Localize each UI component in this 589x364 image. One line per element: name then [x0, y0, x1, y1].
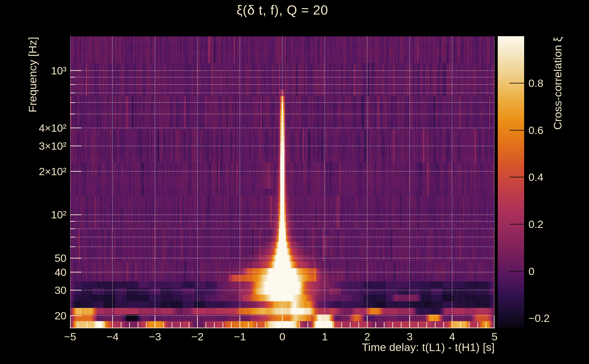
colorbar-tick-label-0.6: 0.6	[529, 123, 583, 137]
y-tick-label-400: 4×10²	[7, 121, 66, 135]
x-axis-line	[70, 328, 495, 328]
x-tick-label-3: 3	[394, 330, 425, 343]
colorbar-tick-mark	[510, 83, 524, 84]
x-tick-label-2: 2	[351, 330, 383, 343]
x-tick-label-−4: −4	[97, 330, 129, 343]
y-tick-label-20: 20	[7, 309, 66, 322]
x-tick-label-4: 4	[436, 330, 468, 343]
colorbar-tick-label-0.8: 0.8	[529, 77, 583, 90]
colorbar-tick-mark	[510, 318, 524, 318]
colorbar-title: Cross-correlation ξ	[551, 37, 564, 287]
colorbar-tick-label-−0.2: −0.2	[529, 312, 583, 325]
colorbar-gradient	[498, 36, 524, 328]
x-tick-label-−1: −1	[224, 330, 256, 343]
colorbar-tick-mark	[510, 224, 524, 225]
x-tick-label-−2: −2	[182, 330, 214, 343]
colorbar-tick-label-0: 0	[529, 264, 583, 278]
y-tick-label-300: 3×10²	[7, 139, 66, 153]
plot-title: ξ(δ t, f), Q = 20	[70, 2, 495, 18]
x-tick-label-−5: −5	[54, 330, 86, 343]
colorbar-tick-label-0.2: 0.2	[529, 217, 583, 231]
y-tick-label-50: 50	[7, 251, 66, 265]
y-tick-label-200: 2×10²	[7, 164, 66, 178]
figure-canvas: ξ(δ t, f), Q = 20 Time delay: t(L1) - t(…	[0, 0, 589, 364]
x-tick-label-−3: −3	[139, 330, 171, 343]
colorbar-tick-mark	[510, 177, 524, 177]
y-tick-label-30: 30	[7, 283, 66, 297]
heatmap-canvas	[70, 36, 495, 328]
x-tick-label-5: 5	[479, 330, 510, 343]
x-tick-label-0: 0	[267, 330, 298, 343]
colorbar-tick-mark	[510, 271, 524, 272]
colorbar-tick-mark	[510, 130, 524, 130]
colorbar-tick-label-0.4: 0.4	[529, 170, 583, 184]
y-tick-label-100: 10²	[7, 208, 66, 221]
y-tick-label-40: 40	[7, 265, 66, 279]
y-tick-label-1000: 10³	[7, 64, 66, 77]
x-tick-label-1: 1	[309, 330, 341, 343]
